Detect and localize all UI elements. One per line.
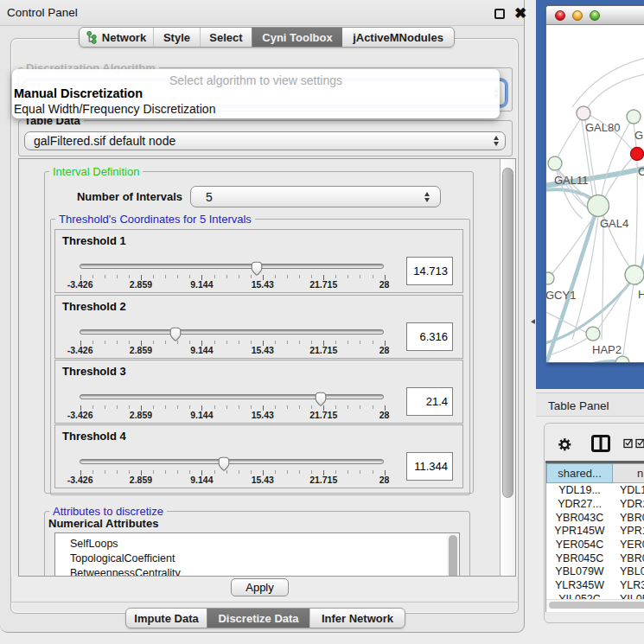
svg-text:HAP2: HAP2 <box>592 343 622 356</box>
svg-text:GCY1: GCY1 <box>546 289 576 302</box>
svg-text:C: C <box>638 165 644 178</box>
svg-text:GAL11: GAL11 <box>554 174 589 187</box>
svg-text:G.: G. <box>634 129 644 142</box>
svg-text:GAL4: GAL4 <box>600 217 628 230</box>
svg-text:GAL80: GAL80 <box>585 121 620 134</box>
svg-text:H: H <box>638 288 644 301</box>
